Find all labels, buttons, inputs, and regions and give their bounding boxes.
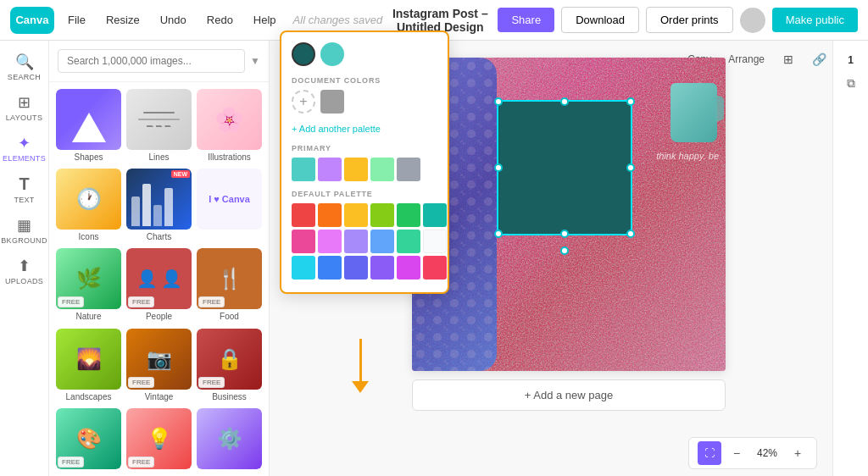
canvas-frame[interactable]: think happy. be xyxy=(412,58,726,371)
search-input[interactable] xyxy=(58,49,245,73)
add-palette-link[interactable]: + Add another palette xyxy=(292,124,437,134)
people-free-badge: FREE xyxy=(128,296,154,307)
def-swatch-r3-3[interactable] xyxy=(344,256,368,280)
vintage-free-badge: FREE xyxy=(128,377,154,388)
order-prints-button[interactable]: Order prints xyxy=(646,7,733,33)
canvas-mug xyxy=(670,83,717,142)
def-swatch-r2-1[interactable] xyxy=(292,230,315,253)
element-more1[interactable]: 🎨 FREE xyxy=(56,408,121,469)
menu-redo[interactable]: Redo xyxy=(200,10,240,30)
element-ilovecava[interactable]: I ♥ Canva xyxy=(197,169,262,243)
add-new-page-button[interactable]: + Add a new page xyxy=(412,379,726,411)
resize-handle-bm[interactable] xyxy=(560,230,569,238)
element-landscapes[interactable]: 🌄 Landscapes xyxy=(56,329,121,403)
zoom-plus-button[interactable]: + xyxy=(787,443,808,463)
def-swatch-r2-2[interactable] xyxy=(318,230,342,253)
duplicate-page-button[interactable]: ⧉ xyxy=(837,69,865,97)
link-icon-button[interactable]: 🔗 xyxy=(807,47,831,71)
make-public-button[interactable]: Make public xyxy=(772,8,858,32)
def-swatch-r3-4[interactable] xyxy=(370,256,394,280)
def-swatch-r1-3[interactable] xyxy=(344,203,368,227)
def-swatch-r2-3[interactable] xyxy=(344,230,368,253)
primary-swatch-5[interactable] xyxy=(397,158,420,181)
charts-label: Charts xyxy=(147,232,171,243)
sidebar-item-elements[interactable]: ✦ Elements xyxy=(3,129,46,168)
selected-element[interactable] xyxy=(497,100,632,235)
element-icons[interactable]: 🕐 Icons xyxy=(56,169,121,243)
element-lines[interactable]: Lines xyxy=(126,89,192,163)
sidebar-item-text[interactable]: T Text xyxy=(3,169,46,209)
primary-swatch-1[interactable] xyxy=(292,158,315,181)
nature-label: Nature xyxy=(75,312,101,323)
add-color-button[interactable]: + xyxy=(292,90,315,113)
element-vintage[interactable]: 📷 FREE Vintage xyxy=(126,329,192,403)
resize-handle-tr[interactable] xyxy=(626,97,635,106)
background-icon: ▦ xyxy=(17,216,31,235)
primary-swatch-3[interactable] xyxy=(344,158,368,181)
element-nature[interactable]: 🌿 FREE Nature xyxy=(56,248,121,323)
arrange-button[interactable]: Arrange xyxy=(723,51,770,68)
def-swatch-r2-5[interactable] xyxy=(397,230,420,253)
doc-swatch[interactable] xyxy=(320,90,344,113)
sidebar-item-uploads[interactable]: ⬆ Uploads xyxy=(3,252,46,291)
primary-color-swatch[interactable] xyxy=(292,42,315,66)
def-swatch-r3-6[interactable] xyxy=(423,256,447,280)
sidebar-layouts-label: Layouts xyxy=(6,113,42,122)
element-charts[interactable]: NEW Charts xyxy=(126,169,192,243)
page-number: 1 xyxy=(848,54,854,66)
def-swatch-r1-5[interactable] xyxy=(397,203,420,227)
def-swatch-r3-1[interactable] xyxy=(292,256,315,280)
secondary-color-swatch[interactable] xyxy=(320,42,344,66)
def-swatch-r1-1[interactable] xyxy=(292,203,315,227)
def-swatch-r3-2[interactable] xyxy=(318,256,342,280)
element-shapes[interactable]: Shapes xyxy=(56,89,121,163)
menu-undo[interactable]: Undo xyxy=(153,10,193,30)
element-people[interactable]: 👤 👤 FREE People xyxy=(126,248,192,323)
resize-handle-tm[interactable] xyxy=(560,97,569,106)
grid-icon-button[interactable]: ⊞ xyxy=(776,47,800,71)
download-button[interactable]: Download xyxy=(561,7,639,33)
primary-swatch-2[interactable] xyxy=(318,158,342,181)
canvas-overlay-text: think happy. be xyxy=(656,151,719,161)
resize-handle-ml[interactable] xyxy=(494,163,503,172)
resize-handle-mr[interactable] xyxy=(626,163,635,172)
element-food[interactable]: 🍴 FREE Food xyxy=(197,248,262,323)
menu-file[interactable]: File xyxy=(61,10,92,30)
shapes-label: Shapes xyxy=(75,152,103,163)
element-more3[interactable]: ⚙️ xyxy=(197,408,262,469)
zoom-level: 42% xyxy=(752,447,782,459)
selected-swatches xyxy=(292,42,437,66)
element-illustrations[interactable]: 🌸 Illustrations xyxy=(197,89,262,163)
resize-handle-tl[interactable] xyxy=(494,97,503,106)
primary-palette-row xyxy=(292,158,437,181)
document-title[interactable]: Instagram Post – Untitled Design xyxy=(389,7,491,34)
element-more2[interactable]: 💡 FREE xyxy=(126,408,192,469)
element-business[interactable]: 🔒 FREE Business xyxy=(197,329,262,403)
def-swatch-r3-5[interactable] xyxy=(397,256,420,280)
default-palette-row2 xyxy=(292,230,437,253)
screen-mode-button[interactable]: ⛶ xyxy=(698,441,721,465)
zoom-minus-button[interactable]: − xyxy=(726,443,747,463)
sidebar-item-layouts[interactable]: ⊞ Layouts xyxy=(3,88,46,127)
nature-free-badge: FREE xyxy=(58,296,84,307)
elements-grid: Shapes Lines 🌸 Illustrations xyxy=(49,82,269,476)
sidebar-item-search[interactable]: 🔍 Search xyxy=(3,47,46,86)
menu-help[interactable]: Help xyxy=(247,10,283,30)
def-swatch-r2-4[interactable] xyxy=(370,230,394,253)
popup-arrow-indicator xyxy=(352,339,369,393)
def-swatch-r1-4[interactable] xyxy=(370,203,394,227)
canva-logo[interactable]: Canva xyxy=(10,7,54,34)
menu-resize[interactable]: Resize xyxy=(99,10,147,30)
primary-swatch-4[interactable] xyxy=(370,158,394,181)
avatar[interactable] xyxy=(740,8,765,33)
sidebar-item-background[interactable]: ▦ BkGround xyxy=(3,211,46,250)
def-swatch-r1-2[interactable] xyxy=(318,203,342,227)
text-icon: T xyxy=(19,174,29,194)
zoom-bar: ⛶ − 42% + xyxy=(688,437,817,469)
resize-handle-bl[interactable] xyxy=(494,230,503,238)
rotate-handle[interactable] xyxy=(560,246,569,255)
def-swatch-r1-6[interactable] xyxy=(423,203,447,227)
def-swatch-r2-6[interactable] xyxy=(423,230,447,253)
resize-handle-br[interactable] xyxy=(626,230,635,238)
share-button[interactable]: Share xyxy=(498,8,554,32)
